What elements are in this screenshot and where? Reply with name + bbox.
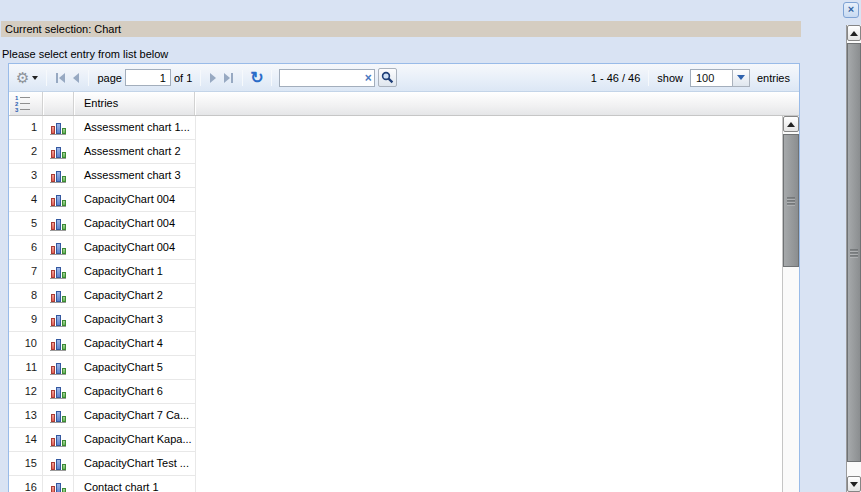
page-scrollbar-thumb[interactable] <box>847 43 861 462</box>
row-number: 15 <box>9 452 43 476</box>
list-item[interactable]: 7 CapacityChart 1 <box>9 260 196 284</box>
search-input[interactable] <box>280 71 356 85</box>
toolbar-right-group: 1 - 46 / 46 show 100 entries <box>588 69 793 87</box>
row-icon-cell <box>43 332 74 356</box>
row-number: 10 <box>9 332 43 356</box>
search-button[interactable] <box>378 68 397 87</box>
entry-label: CapacityChart 004 <box>74 212 196 236</box>
list-item[interactable]: 15 CapacityChart Test ... <box>9 452 196 476</box>
page-size-value[interactable]: 100 <box>690 69 732 87</box>
bar-chart-icon <box>50 169 66 183</box>
list-item[interactable]: 13 CapacityChart 7 Ca... <box>9 404 196 428</box>
icon-column-header[interactable] <box>43 92 74 115</box>
page-scrollbar[interactable] <box>846 25 861 492</box>
list-item[interactable]: 4 CapacityChart 004 <box>9 188 196 212</box>
bar-chart-icon <box>50 409 66 423</box>
entry-label: CapacityChart 3 <box>74 308 196 332</box>
entry-label: Assessment chart 2 <box>74 140 196 164</box>
list-item[interactable]: 8 CapacityChart 2 <box>9 284 196 308</box>
entry-label: CapacityChart Test ... <box>74 452 196 476</box>
selection-bar: Current selection: Chart <box>1 21 801 37</box>
prev-page-button[interactable] <box>69 68 83 88</box>
row-icon-cell <box>43 308 74 332</box>
grid-body: 1 Assessment chart 1... 2 Assessment cha… <box>9 116 799 492</box>
refresh-icon[interactable]: ↻ <box>248 70 265 86</box>
grid-scrollbar-thumb[interactable] <box>783 134 799 267</box>
row-icon-cell <box>43 188 74 212</box>
row-number: 1 <box>9 116 43 140</box>
triangle-up-icon <box>850 31 858 36</box>
row-icon-cell <box>43 116 74 140</box>
list-item[interactable]: 10 CapacityChart 4 <box>9 332 196 356</box>
triangle-up-icon <box>787 122 795 127</box>
list-item[interactable]: 6 CapacityChart 004 <box>9 236 196 260</box>
bar-chart-icon <box>50 289 66 303</box>
instruction-text: Please select entry from list below <box>2 48 168 60</box>
row-number: 16 <box>9 476 43 492</box>
paging-toolbar: ⚙ page of 1 ↻ × 1 - 46 / 46 show <box>9 64 799 92</box>
menu-arrow-icon <box>32 76 38 80</box>
row-icon-cell <box>43 404 74 428</box>
toolbar-separator <box>46 70 47 86</box>
list-item[interactable]: 5 CapacityChart 004 <box>9 212 196 236</box>
page-scroll-down-button[interactable] <box>847 476 861 492</box>
row-icon-cell <box>43 260 74 284</box>
row-number: 12 <box>9 380 43 404</box>
bar-chart-icon <box>50 193 66 207</box>
row-number: 8 <box>9 284 43 308</box>
list-item[interactable]: 16 Contact chart 1 <box>9 476 196 492</box>
entry-label: Contact chart 1 <box>74 476 196 492</box>
grip-icon <box>850 249 858 256</box>
list-item[interactable]: 11 CapacityChart 5 <box>9 356 196 380</box>
list-item[interactable]: 9 CapacityChart 3 <box>9 308 196 332</box>
toolbar-separator <box>271 70 272 86</box>
row-number: 9 <box>9 308 43 332</box>
triangle-down-icon <box>850 482 858 487</box>
page-label: page <box>97 72 121 84</box>
list-item[interactable]: 1 Assessment chart 1... <box>9 116 196 140</box>
clear-search-icon[interactable]: × <box>365 71 372 85</box>
settings-menu-button[interactable]: ⚙ <box>13 68 41 88</box>
list-item[interactable]: 3 Assessment chart 3 <box>9 164 196 188</box>
entry-label: CapacityChart 5 <box>74 356 196 380</box>
bar-chart-icon <box>50 265 66 279</box>
page-size-trigger[interactable] <box>732 69 750 87</box>
page-size-combo: 100 <box>690 69 750 87</box>
page-count-label: of 1 <box>174 72 192 84</box>
next-page-button[interactable] <box>206 68 220 88</box>
list-item[interactable]: 2 Assessment chart 2 <box>9 140 196 164</box>
numbered-list-icon: 1 2 3 <box>15 96 30 112</box>
gear-icon: ⚙ <box>16 70 29 86</box>
row-icon-cell <box>43 356 74 380</box>
bar-chart-icon <box>50 313 66 327</box>
close-icon[interactable]: × <box>843 2 859 18</box>
list-item[interactable]: 14 CapacityChart Kapa... <box>9 428 196 452</box>
header-filler <box>195 92 799 115</box>
page-scroll-up-button[interactable] <box>847 25 861 41</box>
grid-body-rows: 1 Assessment chart 1... 2 Assessment cha… <box>9 116 799 492</box>
row-number: 11 <box>9 356 43 380</box>
page-number-input[interactable] <box>125 69 171 86</box>
selection-bar-text: Current selection: Chart <box>5 23 121 35</box>
magnifier-icon <box>381 71 394 84</box>
entry-label: CapacityChart 4 <box>74 332 196 356</box>
bar-chart-icon <box>50 481 66 492</box>
row-number: 4 <box>9 188 43 212</box>
row-number: 6 <box>9 236 43 260</box>
bar-chart-icon <box>50 241 66 255</box>
entries-column-header[interactable]: Entries <box>74 92 195 115</box>
bar-chart-icon <box>50 121 66 135</box>
list-item[interactable]: 12 CapacityChart 6 <box>9 380 196 404</box>
first-page-button[interactable] <box>52 68 69 88</box>
grid-scrollbar[interactable] <box>782 116 799 492</box>
last-page-button[interactable] <box>220 68 237 88</box>
toolbar-separator <box>88 70 89 86</box>
bar-chart-icon <box>50 457 66 471</box>
scroll-up-button[interactable] <box>783 116 799 132</box>
record-range-label: 1 - 46 / 46 <box>591 72 641 84</box>
bar-chart-icon <box>50 145 66 159</box>
toolbar-separator <box>242 70 243 86</box>
entry-label: CapacityChart 1 <box>74 260 196 284</box>
row-number-column-header[interactable]: 1 2 3 <box>9 92 43 115</box>
bar-chart-icon <box>50 385 66 399</box>
